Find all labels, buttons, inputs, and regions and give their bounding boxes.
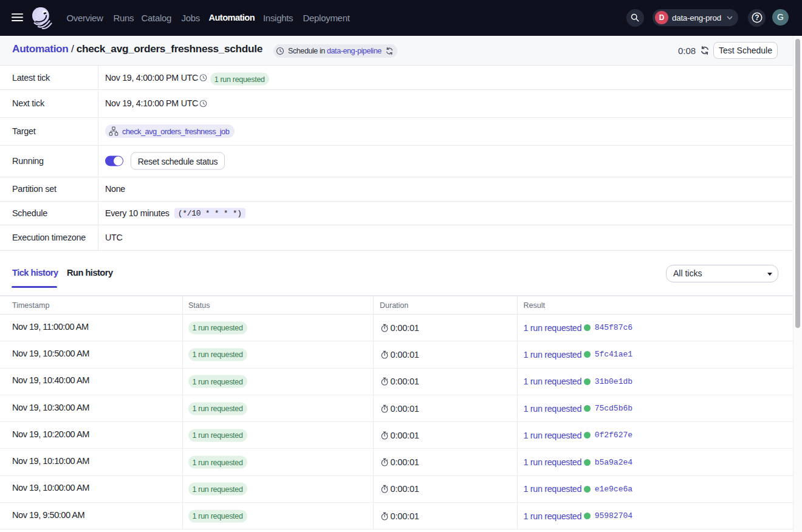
svg-text:?: ? xyxy=(755,13,759,22)
